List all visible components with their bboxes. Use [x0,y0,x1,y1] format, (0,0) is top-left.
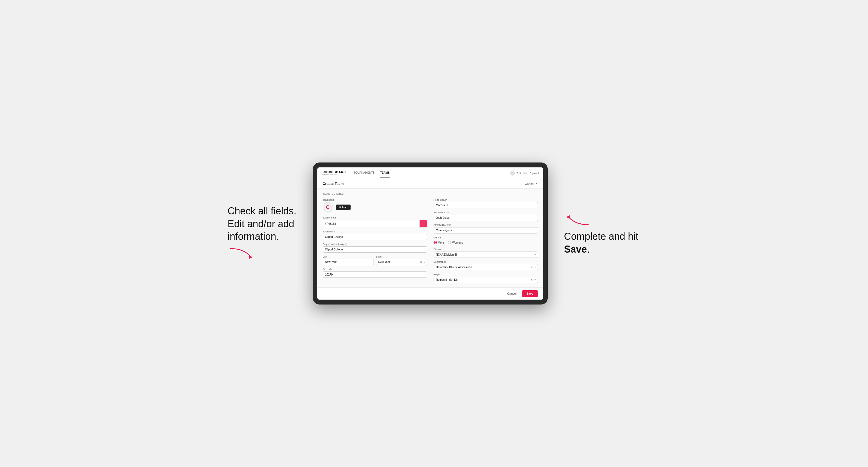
region-select-wrapper: Region II - (M) DIII ✕ ▼ [434,277,538,283]
user-label: Test User | [517,172,528,175]
region-label: Region [434,273,538,276]
city-state-row: City State New York ✕ [323,255,427,265]
user-avatar [510,171,515,176]
state-label: State [376,255,427,258]
zip-label: Zip code [323,268,427,271]
right-arrow-icon [564,211,591,227]
right-annotation-bold: Save [564,244,587,255]
team-colour-label: Team colour [323,216,427,219]
nav-links: TOURNAMENTS TEAMS [353,168,510,178]
close-icon: ✕ [535,182,538,185]
left-column: Team logo C Upload Team colour [323,198,427,283]
display-name-label: Display name (unique) [323,243,427,246]
city-label: City [323,255,374,258]
svg-marker-0 [249,255,253,259]
athletic-director-input[interactable] [434,227,538,234]
team-name-group: Team name [323,230,427,240]
nav-user: Test User | Sign out [510,171,539,176]
athletic-director-label: Athletic Director [434,224,538,226]
right-column: Head Coach Assistant Coach Athletic Dire… [434,198,538,283]
team-logo-label: Team logo [323,198,427,201]
colour-row [323,220,427,227]
right-annotation: Complete and hit Save. [564,211,641,256]
womens-radio-dot [448,241,451,244]
conference-clear-icon[interactable]: ✕ [531,266,533,269]
division-select-wrapper: NCAA Division III ▼ [434,251,538,258]
city-group: City [323,255,374,265]
form-grid: Team logo C Upload Team colour [323,198,538,283]
division-group: Division NCAA Division III ▼ [434,248,538,258]
conference-select[interactable]: University Athletic Association [434,264,538,270]
svg-marker-1 [566,215,570,219]
state-select-wrapper: New York ✕ ▼ [376,259,427,265]
team-colour-group: Team colour [323,216,427,227]
region-clear-icon[interactable]: ✕ [531,279,533,281]
conference-label: Conference [434,260,538,263]
sign-out-button[interactable]: Sign out [530,172,539,175]
team-name-label: Team name [323,230,427,233]
head-coach-input[interactable] [434,202,538,208]
nav-teams[interactable]: TEAMS [380,168,390,178]
modal-close-button[interactable]: Cancel ✕ [525,182,538,185]
logo-title: SCOREBOARD [322,170,346,174]
logo-subtitle: Powered by clippd [322,174,346,176]
annotation-line3: information. [227,231,279,242]
display-name-input[interactable] [323,246,427,253]
right-annotation-post: . [587,244,590,255]
assistant-coach-input[interactable] [434,215,538,221]
womens-label: Womens [452,241,463,244]
gender-group: Gender Mens Womens [434,236,538,245]
athletic-director-group: Athletic Director [434,224,538,234]
nav-tournaments[interactable]: TOURNAMENTS [353,168,375,178]
section-label: TEAM DETAILS [323,192,538,195]
gender-label: Gender [434,236,538,239]
region-select[interactable]: Region II - (M) DIII [434,277,538,283]
navbar: SCOREBOARD Powered by clippd TOURNAMENTS… [317,167,544,179]
modal-title: Create Team [323,182,344,186]
city-input[interactable] [323,259,374,265]
conference-select-wrapper: University Athletic Association ✕ ▼ [434,264,538,270]
state-group: State New York ✕ ▼ [376,255,427,265]
gender-womens-radio[interactable]: Womens [448,241,463,244]
colour-input[interactable] [323,221,420,227]
conference-group: Conference University Athletic Associati… [434,260,538,270]
city-state-group: City State New York ✕ [323,255,427,265]
gender-mens-radio[interactable]: Mens [434,241,444,244]
left-arrow-icon [227,246,255,262]
division-select[interactable]: NCAA Division III [434,251,538,258]
head-coach-label: Head Coach [434,198,538,201]
assistant-coach-group: Assistant Coach [434,211,538,221]
modal-footer: Cancel Save [317,287,544,300]
zip-input[interactable] [323,272,427,278]
mens-label: Mens [438,241,444,244]
state-select[interactable]: New York [376,259,427,265]
nav-logo: SCOREBOARD Powered by clippd [322,170,346,176]
assistant-coach-label: Assistant Coach [434,211,538,214]
state-clear-icon[interactable]: ✕ [420,261,422,263]
footer-cancel-button[interactable]: Cancel [504,290,519,297]
zip-group: Zip code [323,268,427,278]
tablet-screen: SCOREBOARD Powered by clippd TOURNAMENTS… [317,167,544,300]
annotation-line2: Edit and/or add [227,218,294,229]
logo-area: C Upload [323,202,427,213]
region-group: Region Region II - (M) DIII ✕ ▼ [434,273,538,283]
left-annotation: Check all fields. Edit and/or add inform… [227,205,296,262]
modal-cancel-label: Cancel [525,182,534,185]
colour-swatch[interactable] [420,220,427,227]
gender-row: Mens Womens [434,240,538,245]
right-annotation-pre: Complete and hit [564,231,639,242]
team-logo-group: Team logo C Upload [323,198,427,214]
footer-save-button[interactable]: Save [522,290,538,297]
display-name-group: Display name (unique) [323,243,427,253]
head-coach-group: Head Coach [434,198,538,208]
team-name-input[interactable] [323,234,427,240]
mens-radio-dot [434,241,437,244]
modal-header: Create Team Cancel ✕ [317,179,544,189]
tablet-frame: SCOREBOARD Powered by clippd TOURNAMENTS… [313,162,548,305]
logo-circle: C [323,202,333,213]
upload-button[interactable]: Upload [336,205,351,210]
division-label: Division [434,248,538,251]
modal-content: TEAM DETAILS Team logo C Upload [317,189,544,287]
annotation-line1: Check all fields. [227,206,296,217]
